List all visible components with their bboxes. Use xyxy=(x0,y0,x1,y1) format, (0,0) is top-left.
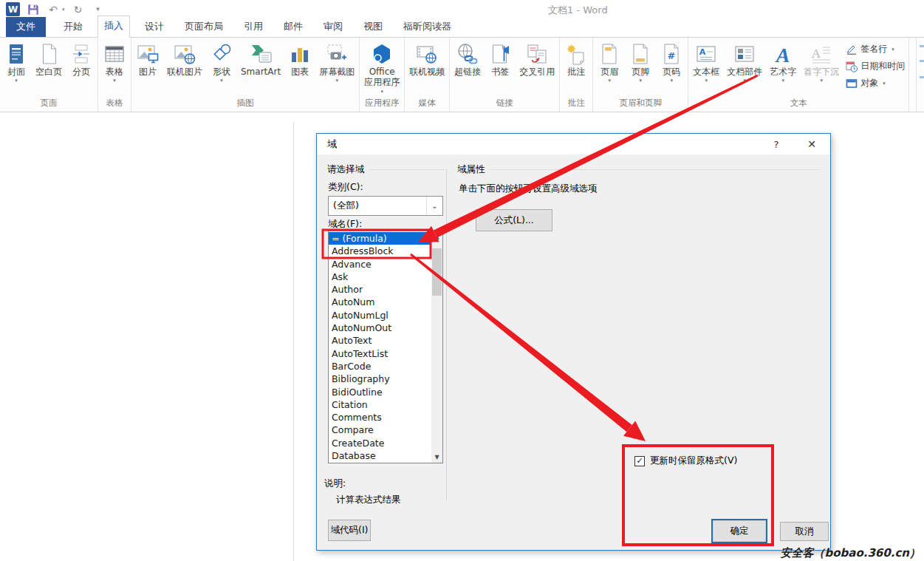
field-list-item[interactable]: Author xyxy=(329,283,431,296)
tab-item-2[interactable]: 插入 xyxy=(97,16,130,38)
undo-button[interactable]: ↶ xyxy=(47,3,60,16)
ribbon-button-5-1[interactable]: 书签 xyxy=(485,39,516,77)
ribbon-button-8-0[interactable]: A文本框▾ xyxy=(689,39,723,84)
field-list-item[interactable]: BidiOutline xyxy=(329,386,431,398)
redo-button[interactable]: ↻ xyxy=(72,3,85,16)
field-list-item[interactable]: AutoText xyxy=(329,334,431,347)
dropdown-arrow-icon[interactable]: ▾ xyxy=(380,89,383,95)
ribbon-button-8-1[interactable]: 文档部件▾ xyxy=(723,39,766,84)
field-list-item[interactable]: AutoNumLgl xyxy=(329,309,431,322)
ribbon-button-5-0[interactable]: 超链接 xyxy=(451,39,485,77)
save-icon[interactable] xyxy=(27,3,40,16)
ribbon-button-3-0[interactable]: Office应用程序▾ xyxy=(360,39,403,95)
field-list-item[interactable]: = (Formula) xyxy=(329,232,431,245)
preserve-formatting-checkbox[interactable]: ✓ xyxy=(634,456,645,466)
cancel-button[interactable]: 取消 xyxy=(780,522,829,541)
field-list-item[interactable]: Comments xyxy=(329,411,431,424)
undo-dropdown-icon[interactable]: ▾ xyxy=(62,7,65,13)
ribbon-button-2-1[interactable]: 联机图片 xyxy=(163,39,206,77)
listbox-scrollbar[interactable]: ▲ ▼ xyxy=(431,231,442,463)
dropdown-arrow-icon[interactable]: ▾ xyxy=(608,78,611,84)
ribbon-button-7-0[interactable]: 页眉▾ xyxy=(594,39,625,84)
field-list-item[interactable]: Citation xyxy=(329,398,431,411)
ribbon-button-2-2[interactable]: 形状▾ xyxy=(206,39,237,84)
ribbon-button-label: SmartArt xyxy=(241,67,281,77)
ribbon-button-4-0[interactable]: 联机视频 xyxy=(405,39,448,77)
field-list-item[interactable]: CreateDate xyxy=(329,437,431,449)
customize-qat-button[interactable]: ▾ xyxy=(92,3,105,16)
tab-item-8[interactable]: 视图 xyxy=(357,17,389,37)
category-label: 类别(C): xyxy=(328,181,363,194)
field-list-item[interactable]: Advance xyxy=(329,258,431,271)
field-list-item[interactable]: AutoTextList xyxy=(329,347,431,360)
ribbon-button-7-2[interactable]: #页码▾ xyxy=(656,39,687,84)
tab-file[interactable]: 文件 xyxy=(6,17,46,37)
ribbon-button-8-2[interactable]: A艺术字▾ xyxy=(766,39,800,84)
category-combobox[interactable]: (全部) ⌄ xyxy=(328,196,443,216)
ribbon-button-6-0[interactable]: 批注 xyxy=(561,39,592,77)
dropdown-arrow-icon[interactable]: ▾ xyxy=(335,78,338,84)
shapes-icon xyxy=(210,42,233,66)
formula-button[interactable]: 公式(L)... xyxy=(476,209,552,231)
tab-item-9[interactable]: 福昕阅读器 xyxy=(397,17,457,37)
chevron-down-icon[interactable]: ⌄ xyxy=(426,197,442,215)
ribbon-button-0-0[interactable]: 封面▾ xyxy=(1,39,32,84)
dropdown-arrow-icon[interactable]: ▾ xyxy=(15,78,18,84)
ok-button[interactable]: 确定 xyxy=(713,520,766,542)
ribbon-button-7-1[interactable]: 页脚▾ xyxy=(625,39,656,84)
dialog-help-button[interactable]: ? xyxy=(765,134,787,154)
field-list-item[interactable]: Ask xyxy=(329,271,431,283)
svg-text:A: A xyxy=(699,47,706,57)
ribbon-button-2-4[interactable]: 图表 xyxy=(284,39,315,77)
field-codes-button[interactable]: 域代码(I) xyxy=(328,520,371,541)
tab-item-4[interactable]: 页面布局 xyxy=(179,17,229,37)
scrollbar-thumb[interactable] xyxy=(432,248,442,296)
field-name-listbox[interactable]: = (Formula)AddressBlockAdvanceAskAuthorA… xyxy=(328,231,443,463)
ribbon-button-label: 文档部件 xyxy=(727,67,762,77)
dropdown-arrow-icon[interactable]: ▾ xyxy=(892,47,894,52)
ribbon-group-8: A文本框▾文档部件▾A艺术字▾A首字下沉▾签名行▾日期和时间对象▾文本 xyxy=(688,38,909,112)
scroll-down-icon[interactable]: ▼ xyxy=(431,452,442,463)
ribbon-small-button-1[interactable]: 日期和时间 xyxy=(846,60,905,72)
ribbon-button-0-1[interactable]: 空白页 xyxy=(32,39,66,77)
dropdown-arrow-icon[interactable]: ▾ xyxy=(820,78,823,84)
tab-item-1[interactable]: 开始 xyxy=(58,17,89,37)
dropdown-arrow-icon[interactable]: ▾ xyxy=(113,78,116,84)
field-list-item[interactable]: Compare xyxy=(329,424,431,436)
ribbon-button-5-2[interactable]: 交叉引用 xyxy=(516,39,558,77)
dropdown-arrow-icon[interactable]: ▾ xyxy=(743,78,746,84)
ribbon-button-1-0[interactable]: 表格▾ xyxy=(99,39,130,84)
ribbon-small-button-label: 日期和时间 xyxy=(860,60,905,72)
ribbon-button-2-3[interactable]: SmartArt xyxy=(237,39,284,77)
field-list-item[interactable]: AddressBlock xyxy=(329,245,431,257)
dropdown-arrow-icon[interactable]: ▾ xyxy=(220,78,223,84)
dialog-close-button[interactable]: ✕ xyxy=(799,134,824,154)
dropdown-arrow-icon[interactable]: ▾ xyxy=(781,78,784,84)
ribbon-button-label: 分页 xyxy=(72,67,90,77)
chart-icon xyxy=(288,42,312,66)
dropdown-arrow-icon[interactable]: ▾ xyxy=(639,78,642,84)
field-list-item[interactable]: AutoNumOut xyxy=(329,322,431,334)
ribbon-small-button-2[interactable]: 对象▾ xyxy=(846,77,905,89)
datetime-icon xyxy=(846,61,858,72)
ribbon-button-0-2[interactable]: 分页 xyxy=(66,39,97,77)
dropdown-arrow-icon[interactable]: ▾ xyxy=(883,81,886,86)
tab-item-5[interactable]: 引用 xyxy=(238,17,269,37)
tab-item-6[interactable]: 邮件 xyxy=(278,17,309,37)
field-list-item[interactable]: AutoNum xyxy=(329,296,431,308)
cross-ref-icon xyxy=(525,42,549,66)
preserve-formatting-row: ✓ 更新时保留原格式(V) xyxy=(634,455,737,467)
ribbon-button-2-5[interactable]: 屏幕截图▾ xyxy=(315,39,358,84)
ribbon-small-button-label: 签名行 xyxy=(860,43,887,55)
ribbon-button-2-0[interactable]: 图片 xyxy=(132,39,163,77)
ribbon-small-button-0[interactable]: 签名行▾ xyxy=(846,43,905,55)
dropdown-arrow-icon[interactable]: ▾ xyxy=(705,78,708,84)
field-list-item[interactable]: Database xyxy=(329,449,431,462)
field-list-item[interactable]: Bibliography xyxy=(329,373,431,385)
field-list-item[interactable]: BarCode xyxy=(329,360,431,373)
dropdown-arrow-icon[interactable]: ▾ xyxy=(670,78,673,84)
select-field-section: 请选择域 xyxy=(327,163,445,176)
tab-item-7[interactable]: 审阅 xyxy=(318,17,349,37)
tab-item-3[interactable]: 设计 xyxy=(139,17,170,37)
scroll-up-icon[interactable]: ▲ xyxy=(431,231,442,242)
